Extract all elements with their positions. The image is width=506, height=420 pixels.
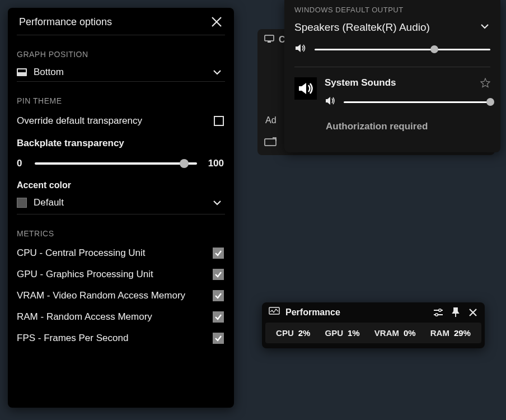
master-volume-row[interactable] xyxy=(294,40,490,67)
performance-options-panel: Performance options GRAPH POSITION Botto… xyxy=(8,8,234,408)
slider-track[interactable] xyxy=(35,162,197,165)
app-volume-slider-row[interactable] xyxy=(325,96,490,108)
audio-device-name: Speakers (Realtek(R) Audio) xyxy=(294,21,430,34)
checkbox-checked-icon[interactable] xyxy=(213,248,224,259)
accent-color-label: Accent color xyxy=(17,180,225,190)
stat-label: GPU xyxy=(325,328,344,338)
star-outline-icon[interactable] xyxy=(480,78,490,88)
perf-stat: RAM29% xyxy=(430,328,471,338)
accent-color-value: Default xyxy=(34,197,205,208)
perf-widget-title: Performance xyxy=(285,307,340,318)
metric-toggle-row[interactable]: FPS - Frames Per Second xyxy=(17,328,225,349)
svg-point-5 xyxy=(435,314,438,316)
metric-toggle-row[interactable]: VRAM - Video Random Access Memory xyxy=(17,285,225,306)
chevron-down-icon xyxy=(479,21,490,34)
audio-device-dropdown[interactable]: Speakers (Realtek(R) Audio) xyxy=(294,14,490,40)
svg-point-4 xyxy=(439,309,441,311)
override-transparency-row[interactable]: Override default transparency xyxy=(17,110,225,132)
color-swatch-icon xyxy=(17,198,27,208)
checkbox-unchecked-icon[interactable] xyxy=(214,116,224,126)
override-transparency-label: Override default transparency xyxy=(17,115,142,127)
app-volume-name: System Sounds xyxy=(325,77,396,88)
slider-max: 100 xyxy=(204,158,224,169)
bg-widget-body: Ad xyxy=(265,115,277,125)
checkbox-checked-icon[interactable] xyxy=(213,311,224,323)
pin-theme-section-label: PIN THEME xyxy=(17,96,225,105)
accent-color-dropdown[interactable]: Default xyxy=(17,193,225,214)
graph-position-section-label: GRAPH POSITION xyxy=(17,50,225,59)
stat-value: 29% xyxy=(454,328,471,338)
pin-icon[interactable] xyxy=(451,307,460,318)
performance-monitor-icon xyxy=(269,307,280,318)
close-icon[interactable] xyxy=(468,307,478,318)
metric-label: VRAM - Video Random Access Memory xyxy=(17,290,185,301)
speaker-icon[interactable] xyxy=(294,43,307,55)
system-sounds-icon xyxy=(294,77,317,100)
audio-output-panel: WINDOWS DEFAULT OUTPUT Speakers (Realtek… xyxy=(284,0,500,152)
metric-label: GPU - Graphics Processing Unit xyxy=(17,269,153,280)
graph-position-value: Bottom xyxy=(34,67,205,78)
screenshot-icon[interactable] xyxy=(264,137,277,150)
svg-rect-0 xyxy=(265,35,274,41)
app-volume-row: System Sounds xyxy=(294,67,490,108)
backplate-transparency-label: Backplate transparency xyxy=(17,138,124,149)
performance-widget: Performance CPU2%GPU1%VRAM0%RAM29% xyxy=(262,302,485,348)
metric-label: FPS - Frames Per Second xyxy=(17,333,128,344)
metric-label: RAM - Random Access Memory xyxy=(17,311,152,323)
metric-toggle-row[interactable]: CPU - Central Processing Unit xyxy=(17,242,225,264)
stat-label: CPU xyxy=(276,328,294,338)
speaker-icon[interactable] xyxy=(325,96,336,108)
settings-sliders-icon[interactable] xyxy=(433,308,443,317)
metric-toggle-row[interactable]: RAM - Random Access Memory xyxy=(17,306,225,328)
app-volume-thumb[interactable] xyxy=(486,98,494,106)
backplate-slider[interactable]: 0 100 xyxy=(17,155,225,169)
chevron-down-icon xyxy=(212,67,223,78)
checkbox-checked-icon[interactable] xyxy=(213,269,224,280)
stat-label: VRAM xyxy=(374,328,399,338)
backplate-transparency-label-row: Backplate transparency xyxy=(17,132,225,155)
stat-label: RAM xyxy=(430,328,449,338)
volume-slider-track[interactable] xyxy=(315,49,490,50)
svg-rect-2 xyxy=(265,139,276,146)
authorization-required-text: Authorization required xyxy=(294,108,490,132)
checkbox-checked-icon[interactable] xyxy=(213,333,224,344)
app-volume-track[interactable] xyxy=(344,101,490,103)
monitor-icon xyxy=(264,35,274,45)
perf-stat: VRAM0% xyxy=(374,328,416,338)
checkbox-checked-icon[interactable] xyxy=(213,290,224,301)
metric-label: CPU - Central Processing Unit xyxy=(17,248,146,259)
stat-value: 2% xyxy=(298,328,311,338)
stat-value: 1% xyxy=(348,328,360,338)
svg-rect-1 xyxy=(268,41,271,43)
panel-title: Performance options xyxy=(19,16,112,28)
volume-slider-thumb[interactable] xyxy=(430,45,438,53)
close-icon[interactable] xyxy=(210,16,223,28)
audio-section-label: WINDOWS DEFAULT OUTPUT xyxy=(294,0,490,14)
perf-stat: GPU1% xyxy=(325,328,360,338)
slider-thumb[interactable] xyxy=(180,159,189,168)
position-bottom-icon xyxy=(17,68,27,76)
perf-stat: CPU2% xyxy=(276,328,310,338)
stat-value: 0% xyxy=(404,328,416,338)
slider-min: 0 xyxy=(17,158,28,169)
metric-toggle-row[interactable]: GPU - Graphics Processing Unit xyxy=(17,264,225,285)
graph-position-dropdown[interactable]: Bottom xyxy=(17,63,225,82)
metrics-section-label: METRICS xyxy=(17,229,225,238)
chevron-down-icon xyxy=(212,197,223,208)
